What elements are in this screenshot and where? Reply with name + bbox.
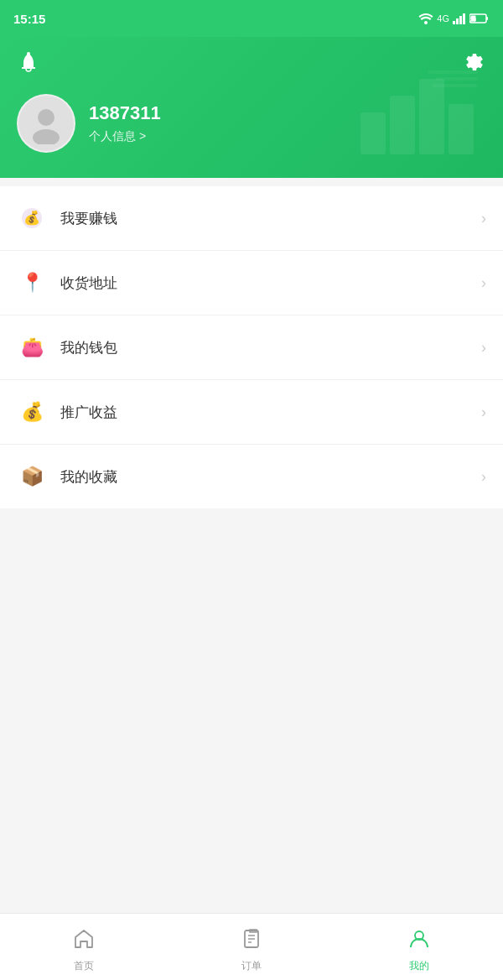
my-favorites-icon: 📦 bbox=[17, 461, 47, 492]
svg-rect-14 bbox=[436, 77, 478, 81]
home-tab-label: 首页 bbox=[74, 959, 94, 973]
svg-rect-9 bbox=[360, 112, 386, 154]
shipping-address-chevron: › bbox=[481, 274, 486, 292]
svg-text:👛: 👛 bbox=[21, 336, 43, 358]
promo-earnings-chevron: › bbox=[481, 404, 486, 421]
my-wallet-icon: 👛 bbox=[17, 332, 47, 362]
username: 1387311 bbox=[89, 102, 161, 124]
tab-bar: 首页 订单 我的 bbox=[0, 913, 503, 980]
my-favorites-chevron: › bbox=[481, 468, 486, 486]
svg-rect-4 bbox=[463, 13, 465, 24]
promo-earnings-icon: 💰 bbox=[17, 397, 47, 427]
menu-list: 💰 我要赚钱 › 📍 收货地址 › 👛 我的钱包 › 💰 推广收益 › 📦 bbox=[0, 186, 503, 508]
header-decoration bbox=[344, 62, 495, 163]
promo-earnings-label: 推广收益 bbox=[60, 403, 481, 422]
menu-item-promo-earnings[interactable]: 💰 推广收益 › bbox=[0, 380, 503, 445]
mine-tab-label: 我的 bbox=[409, 959, 429, 973]
earn-money-label: 我要赚钱 bbox=[60, 209, 481, 228]
earn-money-chevron: › bbox=[481, 210, 486, 227]
menu-item-my-wallet[interactable]: 👛 我的钱包 › bbox=[0, 315, 503, 380]
svg-text:📍: 📍 bbox=[21, 272, 43, 294]
orders-tab-label: 订单 bbox=[241, 959, 262, 973]
status-time: 15:15 bbox=[13, 12, 45, 26]
profile-link[interactable]: 个人信息 > bbox=[89, 129, 161, 144]
menu-item-earn-money[interactable]: 💰 我要赚钱 › bbox=[0, 186, 503, 251]
shipping-address-label: 收货地址 bbox=[60, 274, 481, 293]
status-bar: 15:15 4G 20 bbox=[0, 0, 503, 37]
tab-home[interactable]: 首页 bbox=[0, 920, 168, 973]
svg-point-0 bbox=[424, 21, 428, 24]
svg-point-16 bbox=[27, 52, 30, 55]
svg-rect-10 bbox=[390, 96, 415, 154]
svg-rect-1 bbox=[453, 21, 455, 24]
svg-point-17 bbox=[38, 109, 54, 126]
avatar bbox=[17, 94, 75, 153]
gray-area bbox=[0, 508, 503, 743]
my-wallet-chevron: › bbox=[481, 339, 486, 357]
svg-text:💰: 💰 bbox=[23, 210, 40, 226]
tab-mine[interactable]: 我的 bbox=[335, 920, 503, 973]
svg-point-18 bbox=[33, 129, 60, 144]
mine-tab-icon bbox=[407, 927, 431, 956]
svg-rect-13 bbox=[428, 70, 478, 74]
orders-tab-icon bbox=[240, 927, 263, 956]
svg-rect-11 bbox=[419, 79, 444, 154]
status-icons: 4G 20 bbox=[418, 13, 490, 24]
svg-text:📦: 📦 bbox=[21, 466, 43, 487]
network-indicator: 4G bbox=[437, 13, 449, 23]
my-wallet-label: 我的钱包 bbox=[60, 338, 481, 357]
menu-item-my-favorites[interactable]: 📦 我的收藏 › bbox=[0, 445, 503, 508]
svg-rect-6 bbox=[486, 17, 488, 20]
bell-button[interactable] bbox=[17, 50, 40, 77]
profile-info: 1387311 个人信息 > bbox=[89, 102, 161, 144]
svg-rect-12 bbox=[449, 104, 474, 154]
profile-header: 1387311 个人信息 > bbox=[0, 37, 503, 178]
shipping-address-icon: 📍 bbox=[17, 268, 47, 298]
tab-orders[interactable]: 订单 bbox=[168, 920, 335, 973]
svg-rect-15 bbox=[432, 84, 478, 87]
svg-rect-2 bbox=[456, 18, 459, 24]
earn-money-icon: 💰 bbox=[17, 203, 47, 233]
svg-text:20: 20 bbox=[469, 17, 476, 23]
menu-item-shipping-address[interactable]: 📍 收货地址 › bbox=[0, 251, 503, 315]
home-tab-icon bbox=[72, 927, 96, 956]
my-favorites-label: 我的收藏 bbox=[60, 467, 481, 487]
svg-rect-3 bbox=[459, 16, 462, 24]
svg-text:💰: 💰 bbox=[21, 401, 43, 423]
